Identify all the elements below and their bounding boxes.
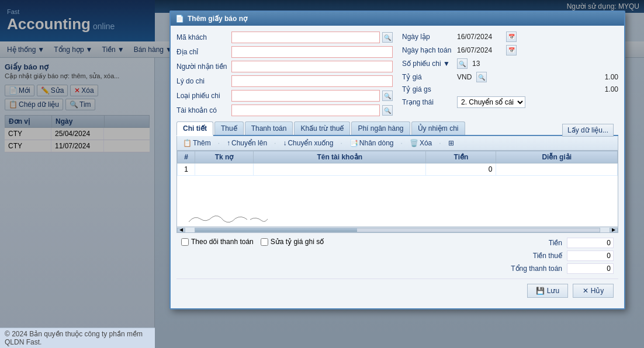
tong-tt-label: Tổng thanh toán [510,265,562,273]
ma-khach-row: Mã khách 🔍 [176,32,393,43]
dia-chi-input[interactable] [231,46,393,58]
modal-dialog: 📄 Thêm giấy báo nợ Mã khách 🔍 Địa chỉ [169,11,625,309]
tab-phi-ngan-hang[interactable]: Phí ngân hàng [351,121,410,135]
tong-tt-row: Tổng thanh toán 0 [485,263,614,274]
col-dien-giai-header: Diễn giải [496,151,618,163]
so-phieu-chi-value: 13 [472,60,480,68]
tabs: Chi tiết Thuế Thanh toán Khấu trừ thuế P… [176,121,618,136]
data-table: # Tk nợ Tên tài khoản Tiền Diễn giải 1 [177,151,618,176]
ngay-lap-label: Ngày lập [402,33,455,41]
tai-khoan-co-label: Tài khoản có [176,106,229,114]
ngay-lap-date-picker[interactable]: 📅 [506,32,517,42]
cell-dien-giai[interactable] [496,163,618,176]
sua-ty-gia-checkbox[interactable] [261,238,268,246]
ngay-hach-toan-date-picker[interactable]: 📅 [506,45,517,55]
scroll-right-arrow[interactable]: ▶ [610,228,618,232]
tong-tt-value: 0 [567,263,614,274]
table-row[interactable]: 1 0 [178,163,618,176]
ty-gia-row: Tỷ giá VND 🔍 1.00 [402,72,618,82]
sua-ty-gia-item: Sửa tỷ giá ghi số [261,238,324,246]
tien-thue-row: Tiền thuế 0 [485,250,614,261]
trang-thai-select[interactable]: 2. Chuyển sổ cái [457,96,525,108]
tai-khoan-co-input[interactable] [231,105,380,116]
ty-gia-gs-value: 1.00 [595,85,618,93]
modal-body: Mã khách 🔍 Địa chỉ Người nhận tiền [171,26,624,308]
tab-thue[interactable]: Thuế [214,121,244,135]
ngay-hach-toan-label: Ngày hạch toán [402,46,455,54]
tien-thue-label: Tiền thuế [510,252,562,260]
data-table-container: # Tk nợ Tên tài khoản Tiền Diễn giải 1 [177,151,618,209]
footer: © 2024 Bản quyền thuộc công ty phần mềm … [0,328,155,348]
ngay-hach-toan-row: Ngày hạch toán 16/07/2024 📅 [402,45,618,55]
nguoi-nhan-tien-input[interactable] [231,61,393,72]
lookup-icon: 🔍 [384,107,391,114]
nhan-dong-button[interactable]: 📑 Nhân dòng [347,138,396,148]
dia-chi-label: Địa chỉ [176,48,229,56]
theo-doi-tt-label: Theo dõi thanh toán [191,238,254,246]
ngay-hach-toan-value: 16/07/2024 [457,46,504,54]
cancel-button[interactable]: ✕ Hủy [573,284,614,298]
loai-phieu-chi-label: Loại phiếu chi [176,92,229,100]
lookup-icon: 🔍 [478,74,485,81]
scroll-thumb[interactable] [195,228,357,232]
save-icon: 💾 [536,287,545,295]
ma-khach-input[interactable] [231,32,380,43]
checkbox-group: Theo dõi thanh toán Sửa tỷ giá ghi số [181,238,324,246]
tab-toolbar: 📋 Thêm · ↑ Chuyển lên · ↓ Chuyển xuống ·… [177,136,618,151]
col-tk-no-header: Tk nợ [195,151,254,163]
modal-titlebar: 📄 Thêm giấy báo nợ [171,12,624,26]
cell-stt: 1 [178,163,195,176]
nguoi-nhan-tien-label: Người nhận tiền [176,62,229,71]
loai-phieu-chi-lookup[interactable]: 🔍 [382,91,393,101]
scroll-left-arrow[interactable]: ◀ [177,228,185,232]
ma-khach-lookup[interactable]: 🔍 [382,32,393,43]
nguoi-nhan-tien-row: Người nhận tiền [176,61,393,72]
loai-phieu-chi-row: Loại phiếu chi 2 🔍 [176,90,393,102]
cell-tien[interactable]: 0 [426,163,496,176]
cancel-icon: ✕ [583,287,588,295]
ty-gia-lookup[interactable]: 🔍 [476,72,487,82]
col-ten-tk-header: Tên tài khoản [254,151,426,163]
cell-tk-no[interactable] [195,163,254,176]
grid-icon-btn[interactable]: ⊞ [446,138,456,148]
tien-value: 0 [567,238,614,248]
xoa-button[interactable]: 🗑️ Xóa [407,138,434,148]
tab-thanh-toan[interactable]: Thanh toán [245,121,293,135]
sua-ty-gia-label: Sửa tỷ giá ghi số [271,238,324,246]
tab-uy-nhiem-chi[interactable]: Ủy nhiệm chi [411,121,465,135]
tien-label: Tiền [510,239,562,247]
ty-gia-currency: VND [457,73,472,81]
tab-chi-tiet[interactable]: Chi tiết [176,121,213,136]
scroll-track[interactable] [195,228,600,232]
them-button[interactable]: 📋 Thêm [181,138,213,148]
so-phieu-chi-row: Số phiếu chi ▼ 🔍 13 [402,58,618,69]
modal-title: Thêm giấy báo nợ [188,15,247,23]
lookup-icon: 🔍 [384,34,391,41]
so-phieu-chi-lookup[interactable]: 🔍 [457,58,468,69]
chuyen-len-icon: ↑ [227,139,230,147]
so-phieu-chi-label: Số phiếu chi ▼ [402,60,455,68]
trang-thai-label: Trạng thái [402,98,455,106]
ty-gia-gs-row: Tỷ giá gs 1.00 [402,85,618,93]
tai-khoan-co-lookup[interactable]: 🔍 [382,105,393,116]
ly-do-chi-input[interactable] [231,75,393,87]
save-button[interactable]: 💾 Lưu [527,284,568,298]
lay-du-lieu-button[interactable]: Lấy dữ liệu... [562,124,614,137]
lookup-icon: 🔍 [459,61,466,67]
chuyen-len-button[interactable]: ↑ Chuyển lên [224,138,269,148]
signature-area [177,209,618,227]
ngay-lap-row: Ngày lập 16/07/2024 📅 [402,32,618,42]
footer-text: © 2024 Bản quyền thuộc công ty phần mềm … [5,330,143,346]
cell-ten-tk[interactable] [254,163,426,176]
chuyen-xuong-button[interactable]: ↓ Chuyển xuống [281,138,335,148]
tab-khau-tru-thue[interactable]: Khấu trừ thuế [294,121,350,135]
lookup-icon: 🔍 [384,93,391,99]
ngay-lap-value: 16/07/2024 [457,33,504,41]
horizontal-scrollbar[interactable]: ◀ ▶ [177,227,618,232]
modal-icon: 📄 [175,15,184,23]
theo-doi-tt-checkbox[interactable] [181,238,189,246]
theo-doi-tt-item: Theo dõi thanh toán [181,238,254,246]
totals-section: Tiền 0 Tiền thuế 0 Tổng thanh toán 0 [485,238,614,274]
loai-phieu-chi-input[interactable]: 2 [231,90,380,102]
ly-do-chi-label: Lý do chi [176,77,229,85]
